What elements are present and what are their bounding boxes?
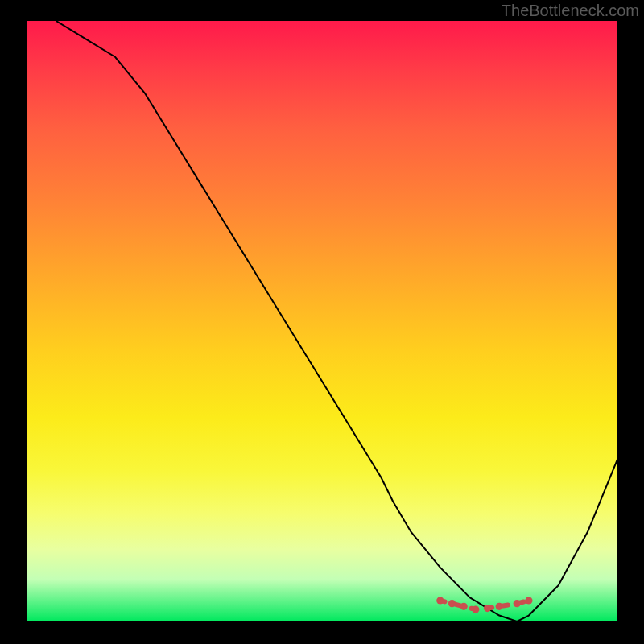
plot-area (27, 21, 617, 621)
primary-curve (56, 21, 617, 621)
watermark-text: TheBottleneck.com (502, 2, 639, 20)
minimum-marker-point (525, 597, 532, 604)
chart-container: TheBottleneck.com (0, 0, 644, 644)
chart-svg (27, 21, 617, 621)
